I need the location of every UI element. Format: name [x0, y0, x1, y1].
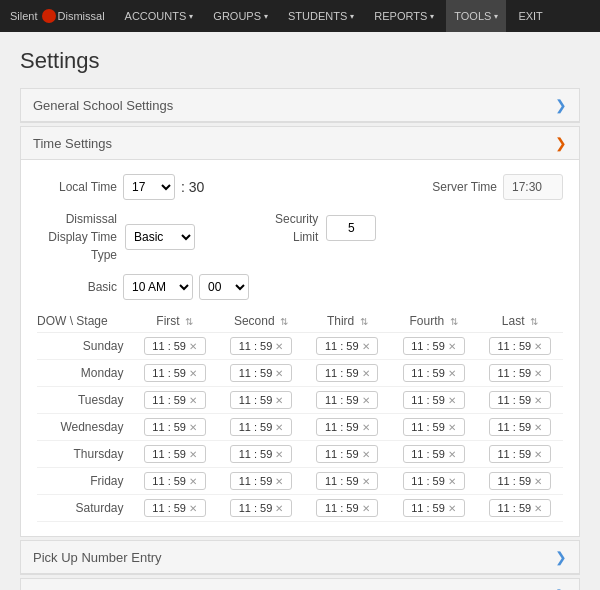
- time-settings-header[interactable]: Time Settings ❯: [21, 127, 579, 160]
- time-field[interactable]: 11 : 59✕: [316, 337, 378, 355]
- time-clear-btn[interactable]: ✕: [189, 449, 197, 460]
- nav-groups[interactable]: GROUPS ▾: [205, 0, 276, 32]
- time-field[interactable]: 11 : 59✕: [144, 364, 206, 382]
- time-clear-btn[interactable]: ✕: [275, 368, 283, 379]
- time-clear-btn[interactable]: ✕: [534, 503, 542, 514]
- time-clear-btn[interactable]: ✕: [534, 395, 542, 406]
- time-clear-btn[interactable]: ✕: [362, 476, 370, 487]
- time-clear-btn[interactable]: ✕: [448, 476, 456, 487]
- time-field[interactable]: 11 : 59✕: [403, 499, 465, 517]
- col-header-first: First ⇅: [132, 310, 218, 333]
- time-clear-btn[interactable]: ✕: [275, 341, 283, 352]
- third-sort-icon[interactable]: ⇅: [360, 316, 368, 327]
- time-clear-btn[interactable]: ✕: [448, 341, 456, 352]
- time-clear-btn[interactable]: ✕: [534, 368, 542, 379]
- time-clear-btn[interactable]: ✕: [362, 368, 370, 379]
- time-field[interactable]: 11 : 59✕: [489, 445, 551, 463]
- time-field[interactable]: 11 : 59✕: [316, 391, 378, 409]
- last-sort-icon[interactable]: ⇅: [530, 316, 538, 327]
- time-clear-btn[interactable]: ✕: [275, 422, 283, 433]
- time-clear-btn[interactable]: ✕: [275, 476, 283, 487]
- time-field[interactable]: 11 : 59✕: [403, 418, 465, 436]
- time-clear-btn[interactable]: ✕: [448, 368, 456, 379]
- time-field[interactable]: 11 : 59✕: [144, 337, 206, 355]
- time-clear-btn[interactable]: ✕: [189, 476, 197, 487]
- time-field[interactable]: 11 : 59✕: [230, 472, 292, 490]
- time-clear-btn[interactable]: ✕: [189, 395, 197, 406]
- nav-reports[interactable]: REPORTS ▾: [366, 0, 442, 32]
- nav-exit[interactable]: EXIT: [510, 0, 550, 32]
- time-clear-btn[interactable]: ✕: [275, 449, 283, 460]
- time-value: 11 : 59: [498, 502, 532, 514]
- time-clear-btn[interactable]: ✕: [275, 503, 283, 514]
- first-sort-icon[interactable]: ⇅: [185, 316, 193, 327]
- time-value: 11 : 59: [239, 340, 273, 352]
- time-clear-btn[interactable]: ✕: [534, 422, 542, 433]
- time-field[interactable]: 11 : 59✕: [230, 499, 292, 517]
- nav-students[interactable]: STUDENTS ▾: [280, 0, 362, 32]
- time-clear-btn[interactable]: ✕: [448, 503, 456, 514]
- time-field[interactable]: 11 : 59✕: [489, 364, 551, 382]
- time-field[interactable]: 11 : 59✕: [144, 418, 206, 436]
- navbar: Silent Dismissal ACCOUNTS ▾ GROUPS ▾ STU…: [0, 0, 600, 32]
- time-field[interactable]: 11 : 59✕: [316, 418, 378, 436]
- time-clear-btn[interactable]: ✕: [189, 368, 197, 379]
- time-cell: 11 : 59✕: [304, 360, 390, 387]
- time-clear-btn[interactable]: ✕: [362, 503, 370, 514]
- time-cell: 11 : 59✕: [218, 441, 304, 468]
- time-field[interactable]: 11 : 59✕: [230, 418, 292, 436]
- time-field[interactable]: 11 : 59✕: [489, 337, 551, 355]
- time-clear-btn[interactable]: ✕: [362, 449, 370, 460]
- time-clear-btn[interactable]: ✕: [362, 422, 370, 433]
- time-clear-btn[interactable]: ✕: [448, 395, 456, 406]
- time-clear-btn[interactable]: ✕: [534, 476, 542, 487]
- classroom-header[interactable]: Classroom Settings ❯: [21, 579, 579, 590]
- time-field[interactable]: 11 : 59✕: [230, 445, 292, 463]
- time-cell: 11 : 59✕: [477, 468, 563, 495]
- basic-row: Basic 10 AM 00: [37, 274, 563, 300]
- security-limit-input[interactable]: [326, 215, 376, 241]
- time-field[interactable]: 11 : 59✕: [489, 472, 551, 490]
- time-field[interactable]: 11 : 59✕: [316, 499, 378, 517]
- time-clear-btn[interactable]: ✕: [534, 341, 542, 352]
- fourth-sort-icon[interactable]: ⇅: [450, 316, 458, 327]
- nav-accounts[interactable]: ACCOUNTS ▾: [117, 0, 202, 32]
- time-clear-btn[interactable]: ✕: [189, 503, 197, 514]
- dismissal-type-select[interactable]: Basic: [125, 224, 195, 250]
- time-field[interactable]: 11 : 59✕: [403, 337, 465, 355]
- time-field[interactable]: 11 : 59✕: [230, 337, 292, 355]
- time-clear-btn[interactable]: ✕: [362, 395, 370, 406]
- time-field[interactable]: 11 : 59✕: [144, 391, 206, 409]
- time-field[interactable]: 11 : 59✕: [144, 499, 206, 517]
- time-field[interactable]: 11 : 59✕: [230, 364, 292, 382]
- time-field[interactable]: 11 : 59✕: [316, 445, 378, 463]
- time-field[interactable]: 11 : 59✕: [403, 391, 465, 409]
- time-clear-btn[interactable]: ✕: [362, 341, 370, 352]
- local-time-hour-select[interactable]: 17: [123, 174, 175, 200]
- time-field[interactable]: 11 : 59✕: [316, 472, 378, 490]
- time-cell: 11 : 59✕: [390, 468, 476, 495]
- time-clear-btn[interactable]: ✕: [448, 422, 456, 433]
- time-cell: 11 : 59✕: [132, 360, 218, 387]
- time-clear-btn[interactable]: ✕: [189, 422, 197, 433]
- general-school-settings-header[interactable]: General School Settings ❯: [21, 89, 579, 122]
- basic-hour-select[interactable]: 10 AM: [123, 274, 193, 300]
- time-field[interactable]: 11 : 59✕: [230, 391, 292, 409]
- basic-minute-select[interactable]: 00: [199, 274, 249, 300]
- time-field[interactable]: 11 : 59✕: [316, 364, 378, 382]
- time-field[interactable]: 11 : 59✕: [489, 418, 551, 436]
- time-field[interactable]: 11 : 59✕: [144, 445, 206, 463]
- time-clear-btn[interactable]: ✕: [275, 395, 283, 406]
- time-field[interactable]: 11 : 59✕: [144, 472, 206, 490]
- nav-tools[interactable]: TOOLS ▾: [446, 0, 506, 32]
- time-clear-btn[interactable]: ✕: [534, 449, 542, 460]
- time-clear-btn[interactable]: ✕: [189, 341, 197, 352]
- time-field[interactable]: 11 : 59✕: [489, 499, 551, 517]
- time-field[interactable]: 11 : 59✕: [489, 391, 551, 409]
- time-field[interactable]: 11 : 59✕: [403, 472, 465, 490]
- time-field[interactable]: 11 : 59✕: [403, 364, 465, 382]
- pickup-header[interactable]: Pick Up Number Entry ❯: [21, 541, 579, 574]
- time-field[interactable]: 11 : 59✕: [403, 445, 465, 463]
- second-sort-icon[interactable]: ⇅: [280, 316, 288, 327]
- time-clear-btn[interactable]: ✕: [448, 449, 456, 460]
